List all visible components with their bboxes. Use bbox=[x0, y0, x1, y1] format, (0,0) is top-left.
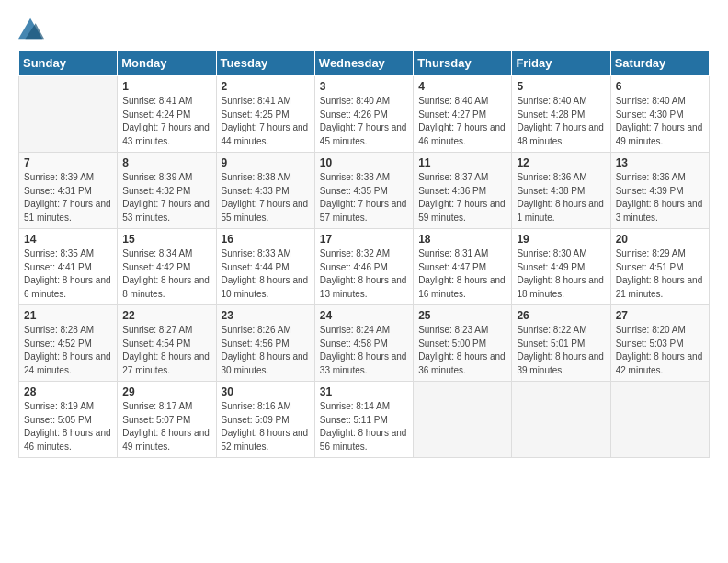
day-number: 26 bbox=[517, 309, 605, 322]
day-number: 25 bbox=[418, 309, 506, 322]
calendar-header: SundayMondayTuesdayWednesdayThursdayFrid… bbox=[19, 51, 710, 76]
day-info: Sunrise: 8:40 AMSunset: 4:27 PMDaylight:… bbox=[418, 95, 506, 148]
header-cell-monday: Monday bbox=[118, 51, 216, 76]
day-number: 20 bbox=[616, 233, 704, 246]
day-info: Sunrise: 8:24 AMSunset: 4:58 PMDaylight:… bbox=[320, 324, 408, 377]
day-cell bbox=[19, 76, 118, 153]
week-row-1: 1Sunrise: 8:41 AMSunset: 4:24 PMDaylight… bbox=[19, 76, 710, 153]
day-cell: 4Sunrise: 8:40 AMSunset: 4:27 PMDaylight… bbox=[414, 76, 512, 153]
day-cell: 29Sunrise: 8:17 AMSunset: 5:07 PMDayligh… bbox=[118, 382, 216, 458]
calendar-table: SundayMondayTuesdayWednesdayThursdayFrid… bbox=[18, 50, 710, 458]
day-cell: 25Sunrise: 8:23 AMSunset: 5:00 PMDayligh… bbox=[414, 305, 512, 382]
day-cell: 28Sunrise: 8:19 AMSunset: 5:05 PMDayligh… bbox=[19, 382, 118, 458]
day-number: 5 bbox=[517, 80, 605, 93]
day-info: Sunrise: 8:31 AMSunset: 4:47 PMDaylight:… bbox=[418, 247, 506, 301]
day-info: Sunrise: 8:19 AMSunset: 5:05 PMDaylight:… bbox=[24, 400, 112, 454]
week-row-3: 14Sunrise: 8:35 AMSunset: 4:41 PMDayligh… bbox=[19, 229, 710, 305]
day-number: 3 bbox=[320, 80, 408, 93]
day-info: Sunrise: 8:38 AMSunset: 4:35 PMDaylight:… bbox=[320, 171, 408, 224]
day-info: Sunrise: 8:29 AMSunset: 4:51 PMDaylight:… bbox=[616, 247, 704, 301]
day-number: 2 bbox=[222, 80, 310, 93]
day-number: 28 bbox=[24, 385, 112, 398]
day-number: 29 bbox=[122, 385, 210, 398]
logo-icon bbox=[18, 15, 44, 40]
day-number: 24 bbox=[320, 309, 408, 322]
day-cell: 5Sunrise: 8:40 AMSunset: 4:28 PMDaylight… bbox=[512, 76, 610, 153]
day-info: Sunrise: 8:26 AMSunset: 4:56 PMDaylight:… bbox=[222, 324, 310, 377]
logo bbox=[18, 15, 48, 40]
day-cell: 27Sunrise: 8:20 AMSunset: 5:03 PMDayligh… bbox=[610, 305, 709, 382]
day-number: 12 bbox=[517, 156, 605, 169]
day-info: Sunrise: 8:40 AMSunset: 4:30 PMDaylight:… bbox=[616, 95, 704, 148]
day-cell: 3Sunrise: 8:40 AMSunset: 4:26 PMDaylight… bbox=[314, 76, 413, 153]
day-info: Sunrise: 8:23 AMSunset: 5:00 PMDaylight:… bbox=[418, 324, 506, 377]
day-number: 10 bbox=[320, 156, 408, 169]
day-info: Sunrise: 8:39 AMSunset: 4:32 PMDaylight:… bbox=[122, 171, 210, 224]
day-info: Sunrise: 8:37 AMSunset: 4:36 PMDaylight:… bbox=[418, 171, 506, 224]
day-number: 30 bbox=[222, 385, 310, 398]
day-cell: 23Sunrise: 8:26 AMSunset: 4:56 PMDayligh… bbox=[216, 305, 314, 382]
day-info: Sunrise: 8:41 AMSunset: 4:25 PMDaylight:… bbox=[222, 95, 310, 148]
day-cell: 16Sunrise: 8:33 AMSunset: 4:44 PMDayligh… bbox=[216, 229, 314, 305]
day-info: Sunrise: 8:20 AMSunset: 5:03 PMDaylight:… bbox=[616, 324, 704, 377]
day-cell: 19Sunrise: 8:30 AMSunset: 4:49 PMDayligh… bbox=[512, 229, 610, 305]
day-info: Sunrise: 8:22 AMSunset: 5:01 PMDaylight:… bbox=[517, 324, 605, 377]
day-cell: 11Sunrise: 8:37 AMSunset: 4:36 PMDayligh… bbox=[414, 153, 512, 229]
day-info: Sunrise: 8:17 AMSunset: 5:07 PMDaylight:… bbox=[122, 400, 210, 454]
week-row-5: 28Sunrise: 8:19 AMSunset: 5:05 PMDayligh… bbox=[19, 382, 710, 458]
header-cell-friday: Friday bbox=[512, 51, 610, 76]
day-cell: 8Sunrise: 8:39 AMSunset: 4:32 PMDaylight… bbox=[118, 153, 216, 229]
day-cell bbox=[414, 382, 512, 458]
day-cell: 20Sunrise: 8:29 AMSunset: 4:51 PMDayligh… bbox=[610, 229, 709, 305]
day-number: 14 bbox=[24, 233, 112, 246]
day-info: Sunrise: 8:41 AMSunset: 4:24 PMDaylight:… bbox=[122, 95, 210, 148]
header bbox=[18, 15, 710, 40]
day-cell: 21Sunrise: 8:28 AMSunset: 4:52 PMDayligh… bbox=[19, 305, 118, 382]
header-cell-sunday: Sunday bbox=[19, 51, 118, 76]
day-info: Sunrise: 8:16 AMSunset: 5:09 PMDaylight:… bbox=[222, 400, 310, 454]
header-cell-thursday: Thursday bbox=[414, 51, 512, 76]
day-number: 8 bbox=[122, 156, 210, 169]
day-cell: 30Sunrise: 8:16 AMSunset: 5:09 PMDayligh… bbox=[216, 382, 314, 458]
header-cell-saturday: Saturday bbox=[610, 51, 709, 76]
day-number: 15 bbox=[122, 233, 210, 246]
day-info: Sunrise: 8:33 AMSunset: 4:44 PMDaylight:… bbox=[222, 247, 310, 301]
day-number: 23 bbox=[222, 309, 310, 322]
day-number: 17 bbox=[320, 233, 408, 246]
day-cell bbox=[610, 382, 709, 458]
page: SundayMondayTuesdayWednesdayThursdayFrid… bbox=[0, 0, 728, 563]
day-number: 31 bbox=[320, 385, 408, 398]
day-number: 16 bbox=[222, 233, 310, 246]
day-cell: 7Sunrise: 8:39 AMSunset: 4:31 PMDaylight… bbox=[19, 153, 118, 229]
day-cell: 9Sunrise: 8:38 AMSunset: 4:33 PMDaylight… bbox=[216, 153, 314, 229]
header-cell-wednesday: Wednesday bbox=[314, 51, 413, 76]
day-cell: 12Sunrise: 8:36 AMSunset: 4:38 PMDayligh… bbox=[512, 153, 610, 229]
day-cell: 26Sunrise: 8:22 AMSunset: 5:01 PMDayligh… bbox=[512, 305, 610, 382]
day-info: Sunrise: 8:28 AMSunset: 4:52 PMDaylight:… bbox=[24, 324, 112, 377]
day-cell: 22Sunrise: 8:27 AMSunset: 4:54 PMDayligh… bbox=[118, 305, 216, 382]
day-info: Sunrise: 8:34 AMSunset: 4:42 PMDaylight:… bbox=[122, 247, 210, 301]
day-cell: 1Sunrise: 8:41 AMSunset: 4:24 PMDaylight… bbox=[118, 76, 216, 153]
day-info: Sunrise: 8:40 AMSunset: 4:26 PMDaylight:… bbox=[320, 95, 408, 148]
day-number: 13 bbox=[616, 156, 704, 169]
day-info: Sunrise: 8:36 AMSunset: 4:39 PMDaylight:… bbox=[616, 171, 704, 224]
day-info: Sunrise: 8:14 AMSunset: 5:11 PMDaylight:… bbox=[320, 400, 408, 454]
day-number: 9 bbox=[222, 156, 310, 169]
day-cell: 17Sunrise: 8:32 AMSunset: 4:46 PMDayligh… bbox=[314, 229, 413, 305]
day-number: 4 bbox=[418, 80, 506, 93]
day-cell: 14Sunrise: 8:35 AMSunset: 4:41 PMDayligh… bbox=[19, 229, 118, 305]
header-row: SundayMondayTuesdayWednesdayThursdayFrid… bbox=[19, 51, 710, 76]
day-number: 19 bbox=[517, 233, 605, 246]
day-cell: 2Sunrise: 8:41 AMSunset: 4:25 PMDaylight… bbox=[216, 76, 314, 153]
day-info: Sunrise: 8:38 AMSunset: 4:33 PMDaylight:… bbox=[222, 171, 310, 224]
day-info: Sunrise: 8:27 AMSunset: 4:54 PMDaylight:… bbox=[122, 324, 210, 377]
day-cell: 31Sunrise: 8:14 AMSunset: 5:11 PMDayligh… bbox=[314, 382, 413, 458]
day-info: Sunrise: 8:39 AMSunset: 4:31 PMDaylight:… bbox=[24, 171, 112, 224]
day-info: Sunrise: 8:36 AMSunset: 4:38 PMDaylight:… bbox=[517, 171, 605, 224]
week-row-2: 7Sunrise: 8:39 AMSunset: 4:31 PMDaylight… bbox=[19, 153, 710, 229]
day-number: 1 bbox=[122, 80, 210, 93]
header-cell-tuesday: Tuesday bbox=[216, 51, 314, 76]
day-cell: 15Sunrise: 8:34 AMSunset: 4:42 PMDayligh… bbox=[118, 229, 216, 305]
day-cell: 13Sunrise: 8:36 AMSunset: 4:39 PMDayligh… bbox=[610, 153, 709, 229]
day-number: 7 bbox=[24, 156, 112, 169]
